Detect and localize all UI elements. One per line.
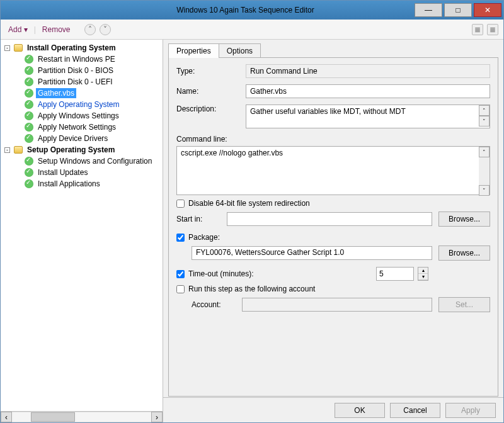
check-icon <box>25 89 33 98</box>
commandline-label: Command line: <box>176 135 490 144</box>
account-field <box>242 298 432 312</box>
collapse-icon[interactable]: - <box>4 147 10 153</box>
group-label[interactable]: Install Operating System <box>25 43 118 53</box>
dialog-footer: OK Cancel Apply <box>163 397 503 422</box>
timeout-spinner[interactable]: ▴▾ <box>418 267 428 281</box>
toolbar-icon-1[interactable]: ≣ <box>472 24 483 35</box>
cancel-button[interactable]: Cancel <box>390 403 440 418</box>
step-label[interactable]: Install Updates <box>36 167 89 178</box>
check-icon <box>25 66 33 75</box>
tree-step[interactable]: Install Updates <box>16 167 161 178</box>
commandline-field[interactable]: cscript.exe //nologo gather.vbs <box>176 146 490 195</box>
package-label[interactable]: Package: <box>188 233 220 242</box>
check-icon <box>25 179 33 188</box>
titlebar: Windows 10 Again Task Sequence Editor — … <box>1 1 503 20</box>
name-field[interactable]: Gather.vbs <box>246 84 490 98</box>
tree-step[interactable]: Setup Windows and Configuration <box>16 155 161 167</box>
toolbar-icon-2[interactable]: ≣ <box>487 24 498 35</box>
properties-pane: Properties Options Type: Run Command Lin… <box>163 40 503 422</box>
package-checkbox[interactable] <box>176 234 185 242</box>
step-label[interactable]: Gather.vbs <box>36 88 76 98</box>
toolbar: Add ▾ | Remove ˄ ˅ ≣ ≣ <box>1 20 503 40</box>
tree-step[interactable]: Install Applications <box>16 178 161 189</box>
type-value: Run Command Line <box>246 64 490 78</box>
scroll-thumb[interactable] <box>31 412 75 422</box>
check-icon <box>25 55 33 64</box>
step-label[interactable]: Apply Network Settings <box>36 122 118 132</box>
remove-button[interactable]: Remove <box>40 24 73 35</box>
step-label[interactable]: Partition Disk 0 - BIOS <box>36 65 115 76</box>
step-label[interactable]: Apply Windows Settings <box>36 111 121 121</box>
check-icon <box>25 100 33 109</box>
tree-pane: -Install Operating SystemRestart in Wind… <box>1 40 163 422</box>
tree-step[interactable]: Apply Network Settings <box>16 121 161 133</box>
timeout-label[interactable]: Time-out (minutes): <box>188 269 254 278</box>
tree-step[interactable]: Apply Device Drivers <box>16 133 161 144</box>
package-browse-button[interactable]: Browse... <box>438 245 490 261</box>
name-label: Name: <box>176 87 246 96</box>
step-label[interactable]: Apply Operating System <box>36 99 121 110</box>
tree-group[interactable]: -Setup Operating System <box>4 144 161 155</box>
timeout-checkbox[interactable] <box>176 270 185 278</box>
runas-label[interactable]: Run this step as the following account <box>188 285 315 293</box>
startin-browse-button[interactable]: Browse... <box>438 212 490 227</box>
tab-options[interactable]: Options <box>219 43 261 58</box>
step-label[interactable]: Partition Disk 0 - UEFI <box>36 77 115 87</box>
description-label: Description: <box>176 104 246 113</box>
step-label[interactable]: Restart in Windows PE <box>36 54 117 64</box>
check-icon <box>25 77 33 86</box>
cmd-scroll-down-icon[interactable]: ˅ <box>479 185 490 196</box>
editor-window: Windows 10 Again Task Sequence Editor — … <box>0 0 504 423</box>
scroll-up-icon[interactable]: ˄ <box>479 105 490 116</box>
maximize-button[interactable]: □ <box>444 3 472 17</box>
add-button[interactable]: Add ▾ <box>6 24 30 35</box>
account-label: Account: <box>192 300 236 309</box>
folder-icon <box>14 146 23 154</box>
tree-step[interactable]: Partition Disk 0 - UEFI <box>16 76 161 87</box>
tree-step[interactable]: Partition Disk 0 - BIOS <box>16 65 161 76</box>
minimize-button[interactable]: — <box>415 3 442 17</box>
collapse-icon[interactable]: - <box>4 45 10 51</box>
step-label[interactable]: Install Applications <box>36 179 102 189</box>
package-field[interactable]: FYL00076, WettersSource Gather Script 1.… <box>192 246 432 260</box>
scroll-left-icon[interactable]: ‹ <box>1 412 12 422</box>
runas-checkbox[interactable] <box>176 285 185 293</box>
close-button[interactable]: ✕ <box>474 3 501 17</box>
step-label[interactable]: Setup Windows and Configuration <box>36 156 154 166</box>
tree-step[interactable]: Apply Operating System <box>16 99 161 110</box>
check-icon <box>25 111 33 120</box>
apply-button: Apply <box>445 403 496 418</box>
check-icon <box>25 168 33 177</box>
ok-button[interactable]: OK <box>335 403 385 418</box>
scroll-right-icon[interactable]: › <box>151 412 163 422</box>
check-icon <box>25 157 33 166</box>
task-sequence-tree[interactable]: -Install Operating SystemRestart in Wind… <box>1 40 163 411</box>
description-field[interactable]: Gather useful variables like MDT, withou… <box>246 104 490 128</box>
tree-group[interactable]: -Install Operating System <box>4 42 161 54</box>
scroll-down-icon[interactable]: ˅ <box>479 116 490 127</box>
tree-step[interactable]: Apply Windows Settings <box>16 110 161 121</box>
cmd-scroll-up-icon[interactable]: ˄ <box>479 147 490 157</box>
tree-scrollbar[interactable]: ‹ › <box>1 411 163 422</box>
step-label[interactable]: Apply Device Drivers <box>36 133 110 144</box>
spin-up-icon: ▴ <box>418 268 428 274</box>
check-icon <box>25 134 33 143</box>
startin-field[interactable] <box>227 212 432 226</box>
tree-step[interactable]: Gather.vbs <box>16 87 161 99</box>
set-account-button: Set... <box>438 297 490 312</box>
disable-64bit-checkbox[interactable] <box>176 200 185 208</box>
timeout-field[interactable]: 5 <box>376 267 414 281</box>
type-label: Type: <box>176 67 246 76</box>
group-label[interactable]: Setup Operating System <box>25 145 117 155</box>
tree-step[interactable]: Restart in Windows PE <box>16 54 161 65</box>
tab-properties[interactable]: Properties <box>168 43 219 58</box>
move-down-icon[interactable]: ˅ <box>100 24 111 35</box>
check-icon <box>25 123 33 132</box>
folder-icon <box>14 44 23 52</box>
window-title: Windows 10 Again Task Sequence Editor <box>76 6 415 14</box>
move-up-icon[interactable]: ˄ <box>84 24 96 35</box>
disable-64bit-label[interactable]: Disable 64-bit file system redirection <box>188 199 310 208</box>
startin-label: Start in: <box>176 215 220 223</box>
spin-down-icon: ▾ <box>418 274 428 280</box>
